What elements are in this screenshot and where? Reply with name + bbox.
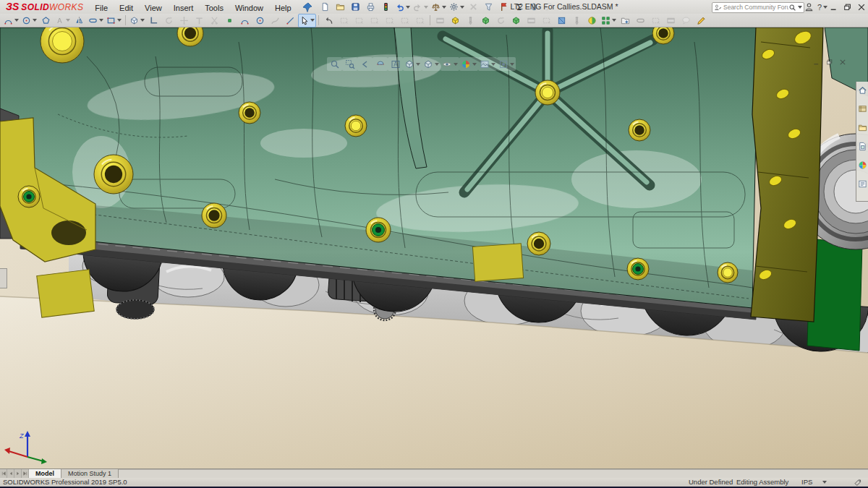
filter-edges-button — [397, 14, 412, 27]
reattach-button[interactable] — [321, 14, 336, 27]
last-tab-button[interactable] — [22, 469, 29, 478]
sketch-slot-button[interactable] — [87, 14, 105, 27]
next-tab-button[interactable] — [14, 469, 22, 478]
open-document-button[interactable] — [333, 0, 348, 14]
sketch-polygon-button[interactable] — [38, 14, 54, 27]
section-view-button[interactable] — [373, 57, 388, 71]
menu-help[interactable]: Help — [269, 2, 297, 14]
close-button[interactable] — [856, 1, 867, 12]
first-tab-button[interactable] — [0, 469, 7, 478]
save-button[interactable] — [348, 0, 363, 14]
display-style-button[interactable] — [422, 57, 441, 71]
sketch-circle-button[interactable] — [20, 14, 38, 27]
engine-model[interactable]: Z — [0, 27, 868, 468]
appearance-ball-button[interactable] — [584, 14, 600, 27]
feature-tree-collapsed-tab[interactable] — [0, 268, 7, 288]
rebuild-button[interactable] — [378, 0, 393, 14]
mirror-entities-button[interactable] — [72, 14, 87, 27]
move-component-button[interactable] — [509, 14, 524, 27]
study-tab-bar: ModelMotion Study 1 — [0, 468, 868, 478]
corner-rectangle-button[interactable] — [146, 14, 161, 27]
toolbar-separator — [430, 15, 430, 25]
apply-scene-button[interactable] — [478, 57, 497, 71]
doc-close-button[interactable] — [838, 58, 848, 67]
sketch-rectangle-button[interactable] — [105, 14, 123, 27]
custom-properties-tab[interactable] — [857, 179, 868, 189]
select-arrow-button[interactable] — [298, 14, 316, 27]
sketch-arc-button[interactable] — [2, 14, 20, 27]
menu-view[interactable]: View — [139, 2, 168, 14]
print-button[interactable] — [363, 0, 378, 14]
sketch-pencil-button[interactable] — [694, 14, 709, 27]
window-controls — [825, 0, 867, 14]
brass-boss — [94, 155, 133, 194]
zoom-to-fit-button[interactable] — [327, 57, 342, 71]
menu-file[interactable]: File — [89, 2, 114, 14]
logo-mark-icon: ЗS — [6, 1, 19, 12]
view-settings-button[interactable] — [497, 57, 516, 71]
hide-show-items-dropdown[interactable] — [454, 63, 458, 66]
select-arrow-dropdown[interactable] — [310, 19, 315, 22]
menu-edit[interactable]: Edit — [114, 2, 139, 14]
menu-tools[interactable]: Tools — [199, 2, 229, 14]
fastener-button — [463, 14, 478, 27]
mate-button[interactable] — [554, 14, 569, 27]
pin-toolbar-icon[interactable] — [302, 1, 313, 13]
hide-show-items-button[interactable] — [441, 57, 459, 71]
sketch-point-button[interactable] — [222, 14, 237, 27]
undo-dropdown[interactable] — [406, 6, 410, 9]
view-palette-tab[interactable] — [857, 141, 868, 152]
linear-pattern-dropdown[interactable] — [612, 19, 616, 22]
arc-tool-button[interactable] — [237, 14, 252, 27]
sketch-slot-dropdown[interactable] — [99, 19, 103, 22]
insert-component-button[interactable] — [448, 14, 463, 27]
zoom-to-area-button[interactable] — [342, 57, 357, 71]
design-library-tab[interactable] — [857, 103, 868, 114]
edit-appearance-dropdown[interactable] — [472, 63, 477, 66]
sketch-arc-dropdown[interactable] — [14, 19, 19, 22]
line-tool-button[interactable] — [283, 14, 298, 27]
tab-motion-study-1[interactable]: Motion Study 1 — [61, 469, 119, 478]
prev-tab-button[interactable] — [7, 469, 14, 478]
view-cube-button[interactable] — [128, 14, 146, 27]
search-icon[interactable] — [788, 4, 796, 12]
doc-minimize-button[interactable] — [812, 58, 822, 67]
restore-button[interactable] — [842, 1, 853, 12]
view-orientation-button[interactable] — [403, 57, 422, 71]
appearances-scenes-tab[interactable] — [857, 160, 868, 171]
search-input[interactable]: Search Community Forum — [712, 2, 804, 13]
circle-tool-button[interactable] — [252, 14, 268, 27]
view-orientation-dropdown[interactable] — [416, 63, 420, 66]
minimize-button[interactable] — [828, 1, 839, 12]
sketch-rectangle-dropdown[interactable] — [117, 19, 122, 22]
search-scope-dropdown[interactable] — [798, 6, 802, 9]
new-document-button[interactable] — [318, 0, 333, 14]
measure-button[interactable] — [430, 0, 448, 14]
edit-appearance-button[interactable] — [459, 57, 478, 71]
solidworks-resources-tab[interactable] — [857, 85, 868, 95]
sketch-circle-dropdown[interactable] — [33, 19, 37, 22]
redo-dropdown[interactable] — [424, 6, 428, 9]
apply-scene-dropdown[interactable] — [491, 63, 495, 66]
units-selector[interactable]: IPS — [801, 478, 827, 487]
view-cube-dropdown[interactable] — [140, 19, 145, 22]
menu-window[interactable]: Window — [229, 2, 269, 14]
measure-dropdown[interactable] — [442, 6, 446, 9]
menu-insert[interactable]: Insert — [168, 2, 200, 14]
edit-component-button[interactable] — [478, 14, 493, 27]
previous-view-button[interactable] — [357, 57, 373, 71]
display-style-dropdown[interactable] — [435, 63, 439, 66]
sketch-text-dropdown[interactable] — [66, 19, 70, 22]
graphics-viewport[interactable]: Z A — [0, 27, 868, 468]
linear-pattern-button[interactable] — [600, 14, 618, 27]
tag-icon[interactable] — [854, 479, 862, 487]
units-dropdown[interactable] — [822, 481, 827, 484]
dynamic-annotation-views-button[interactable]: A — [388, 57, 403, 71]
doc-restore-button[interactable] — [825, 58, 835, 67]
file-explorer-tab[interactable] — [857, 122, 868, 133]
undo-button[interactable] — [393, 0, 412, 14]
login-user-icon[interactable] — [804, 2, 814, 12]
smart-fastener-button[interactable] — [618, 14, 633, 27]
tab-model[interactable]: Model — [29, 469, 61, 478]
view-settings-dropdown[interactable] — [510, 63, 514, 66]
